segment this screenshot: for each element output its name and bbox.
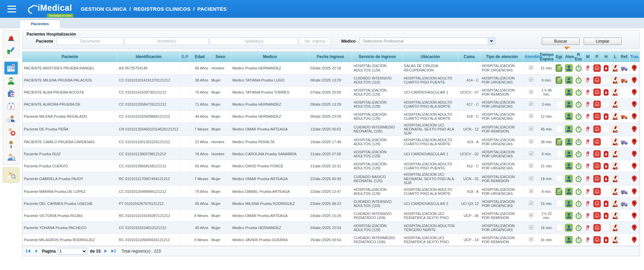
- procedure-icon[interactable]: [593, 150, 601, 158]
- atencion-icon[interactable]: [565, 138, 573, 146]
- microscope-icon[interactable]: [611, 200, 619, 208]
- pill-icon[interactable]: [584, 224, 592, 232]
- stopwatch-icon[interactable]: [575, 187, 583, 196]
- procedure-icon[interactable]: [593, 212, 601, 220]
- stopwatch-icon[interactable]: [575, 76, 583, 84]
- microscope-icon[interactable]: [611, 224, 619, 232]
- column-header-aten[interactable]: Aten.: [564, 52, 574, 62]
- stopwatch-icon[interactable]: [575, 162, 583, 170]
- location-pin-icon[interactable]: [630, 175, 638, 183]
- procedure-icon[interactable]: [593, 125, 601, 133]
- pill-icon[interactable]: [584, 162, 592, 170]
- next-page-icon[interactable]: [103, 249, 109, 254]
- location-pin-icon[interactable]: [630, 112, 638, 120]
- pill-icon[interactable]: [584, 236, 592, 244]
- microscope-icon[interactable]: [611, 112, 619, 120]
- procedure-icon[interactable]: [593, 236, 601, 244]
- atencion-icon[interactable]: [565, 64, 573, 72]
- atencion-icon[interactable]: [565, 175, 573, 183]
- expand-filters-icon[interactable]: [564, 47, 570, 50]
- atencion-icon[interactable]: [565, 112, 573, 120]
- ambulance-icon[interactable]: [621, 112, 629, 120]
- procedure-icon[interactable]: [593, 64, 601, 72]
- sidebar-item-appointment-scheduling[interactable]: [4, 113, 18, 125]
- sidebar-item-emergency-siren[interactable]: [4, 31, 18, 44]
- blood-empty-box[interactable]: [602, 224, 609, 231]
- blood-empty-box[interactable]: [602, 125, 609, 132]
- atencion-icon[interactable]: [565, 212, 573, 220]
- stopwatch-icon[interactable]: [575, 64, 583, 72]
- location-pin-icon[interactable]: [630, 138, 638, 146]
- blood-bag-icon[interactable]: [602, 236, 610, 244]
- location-pin-icon[interactable]: [630, 125, 638, 133]
- column-header-resc[interactable]: R Esc: [574, 52, 583, 62]
- pill-icon[interactable]: [584, 150, 592, 158]
- location-pin-icon[interactable]: [630, 64, 638, 72]
- prev-page-icon[interactable]: [33, 249, 39, 254]
- sidebar-item-patient-search[interactable]: [4, 151, 18, 164]
- egreso-empty-box[interactable]: [556, 224, 563, 231]
- column-header-p[interactable]: P: [592, 52, 601, 62]
- table-row[interactable]: Paciente DE Prueba PEÑACN 01010125045010…: [22, 122, 640, 136]
- sidebar-item-medical-staff[interactable]: [4, 74, 18, 87]
- table-row[interactable]: Paciente MARINA Prueba DE LOPEZCC 010101…: [22, 185, 640, 198]
- microscope-icon[interactable]: [611, 64, 619, 72]
- column-header-servicio[interactable]: Servicio de Ingreso: [352, 52, 402, 62]
- table-row[interactable]: PACIENTE CAMILO PRUEBA CARDENASCC 010101…: [22, 136, 640, 148]
- nombres-input[interactable]: [125, 38, 209, 45]
- microscope-icon[interactable]: [611, 162, 619, 170]
- limpiar-button[interactable]: Limpiar: [584, 38, 622, 45]
- microscope-icon[interactable]: [611, 125, 619, 133]
- atencion-icon[interactable]: [565, 125, 573, 133]
- table-row[interactable]: Paciente GABRIELA Prueba PAJOYRC 0101011…: [22, 172, 640, 185]
- column-header-cama[interactable]: Cama: [458, 52, 480, 62]
- location-pin-icon[interactable]: [630, 224, 638, 232]
- sidebar-item-medical-bag[interactable]: [4, 87, 18, 100]
- table-row[interactable]: PACIENTE ARISTIDES PRUEBA RANGELAS 05725…: [22, 62, 640, 74]
- column-header-atendido[interactable]: Atendido: [524, 52, 538, 62]
- no-ingreso-input[interactable]: [299, 38, 331, 45]
- table-row[interactable]: Paciente Prueba RUIZCC 01010113805788121…: [22, 148, 640, 160]
- column-header-tiempo_espera[interactable]: Tiempo Espera: [538, 52, 554, 62]
- microscope-icon[interactable]: [611, 150, 619, 158]
- atencion-icon[interactable]: [565, 76, 573, 84]
- breadcrumb-gestion-clinica[interactable]: GESTION CLINICA: [81, 6, 127, 12]
- sidebar-item-doctor[interactable]: [4, 138, 18, 151]
- egreso-empty-box[interactable]: [556, 101, 563, 108]
- apellidos-input[interactable]: [210, 38, 298, 45]
- pill-icon[interactable]: [584, 187, 592, 196]
- stopwatch-icon[interactable]: [575, 236, 583, 244]
- stopwatch-icon[interactable]: [575, 112, 583, 120]
- pill-icon[interactable]: [584, 76, 592, 84]
- location-pin-icon[interactable]: [630, 187, 638, 196]
- tab-pacientes[interactable]: Pacientes: [19, 19, 60, 28]
- atencion-icon[interactable]: [565, 150, 573, 158]
- stopwatch-icon[interactable]: [575, 150, 583, 158]
- column-header-ref[interactable]: Ref.: [620, 52, 629, 62]
- ambulance-icon[interactable]: [621, 138, 629, 146]
- ambulance-icon[interactable]: [621, 76, 629, 84]
- sidebar-item-calendar[interactable]: 7: [4, 100, 18, 113]
- table-row[interactable]: PACIENTE ALBA PRUEBA ACOSTACC 0101014153…: [22, 86, 640, 98]
- table-row[interactable]: Paciente VICTORIA Prueba ROJASRC 0101011…: [22, 210, 640, 222]
- atencion-icon[interactable]: [565, 162, 573, 170]
- table-row[interactable]: PACIENTE MILENA PRUEBA PALACIOSCC 010101…: [22, 74, 640, 86]
- buscar-button[interactable]: Buscar: [542, 38, 580, 45]
- microscope-icon[interactable]: [611, 175, 619, 183]
- blood-bag-icon[interactable]: [602, 112, 610, 120]
- column-header-medico[interactable]: Medico: [231, 52, 309, 62]
- blood-bag-icon[interactable]: [602, 162, 610, 170]
- procedure-icon[interactable]: [593, 162, 601, 170]
- blood-bag-icon[interactable]: [602, 212, 610, 220]
- stopwatch-icon[interactable]: [575, 200, 583, 208]
- blood-bag-icon[interactable]: [602, 150, 610, 158]
- sidebar-item-hospitalization[interactable]: [4, 62, 18, 74]
- menu-icon[interactable]: [7, 6, 16, 12]
- stopwatch-icon[interactable]: [575, 138, 583, 146]
- pill-icon[interactable]: [584, 64, 592, 72]
- column-header-m[interactable]: M: [583, 52, 592, 62]
- microscope-icon[interactable]: [611, 236, 619, 244]
- column-header-h[interactable]: H: [601, 52, 610, 62]
- microscope-icon[interactable]: [611, 100, 619, 108]
- stopwatch-icon[interactable]: [575, 100, 583, 108]
